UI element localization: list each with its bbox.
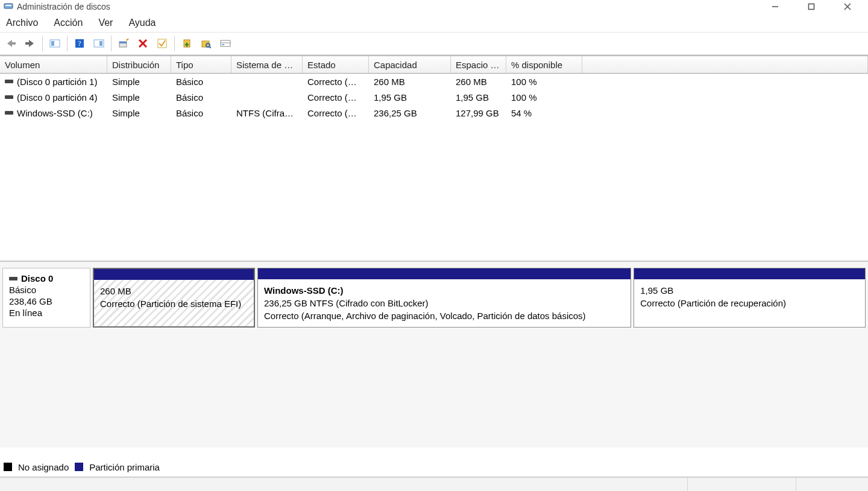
table-row[interactable]: Windows-SSD (C:) Simple Básico NTFS (Cif…	[0, 105, 868, 121]
svg-rect-23	[221, 40, 230, 46]
svg-line-22	[209, 46, 211, 48]
cell-espacio: 1,95 GB	[451, 92, 506, 103]
cell-estado: Correcto (…	[303, 108, 369, 118]
titlebar: Administración de discos	[0, 0, 868, 13]
menu-ayuda[interactable]: Ayuda	[126, 15, 158, 31]
back-button[interactable]	[2, 35, 19, 52]
cell-pct: 100 %	[506, 77, 582, 87]
partition-name: Windows-SSD (C:)	[264, 284, 624, 297]
new-volume-button[interactable]	[178, 35, 195, 52]
menu-ver[interactable]: Ver	[96, 15, 115, 31]
legend-swatch-primary	[75, 463, 83, 471]
cell-sistema: NTFS (Cifra…	[231, 108, 303, 118]
svg-rect-25	[222, 44, 224, 45]
cell-tipo: Básico	[171, 92, 231, 103]
volume-list[interactable]: (Disco 0 partición 1) Simple Básico Corr…	[0, 74, 868, 261]
disk-header[interactable]: Disco 0 Básico 238,46 GB En línea	[2, 268, 90, 328]
partition-efi[interactable]: 260 MB Correcto (Partición de sistema EF…	[93, 268, 255, 328]
col-tipo[interactable]: Tipo	[171, 56, 231, 73]
bottom-empty-area	[0, 351, 868, 448]
volume-icon	[5, 95, 13, 99]
partition-primary[interactable]: Windows-SSD (C:) 236,25 GB NTFS (Cifrado…	[257, 268, 631, 328]
svg-rect-1	[5, 5, 11, 6]
cell-distribucion: Simple	[107, 77, 171, 87]
cell-volumen: (Disco 0 partición 4)	[0, 92, 107, 103]
disk-row: Disco 0 Básico 238,46 GB En línea 260 MB…	[2, 268, 866, 328]
disk-size: 238,46 GB	[9, 296, 84, 306]
col-spacer	[582, 56, 868, 73]
cell-pct: 54 %	[506, 108, 582, 118]
cell-volumen: Windows-SSD (C:)	[0, 108, 107, 118]
help-button[interactable]: ?	[71, 35, 88, 52]
cell-tipo: Básico	[171, 108, 231, 118]
legend-swatch-unallocated	[4, 463, 12, 471]
toolbar-separator	[67, 36, 68, 51]
legend: No asignado Partición primaria	[4, 458, 160, 475]
status-cell	[687, 478, 796, 491]
maximize-button[interactable]	[793, 0, 829, 13]
app-icon	[4, 1, 13, 13]
minimize-button[interactable]	[757, 0, 793, 13]
partition-color-bar	[94, 269, 254, 280]
svg-text:?: ?	[78, 39, 81, 48]
cell-pct: 100 %	[506, 92, 582, 103]
disk-icon	[9, 277, 17, 280]
mark-active-button[interactable]	[154, 35, 171, 52]
legend-unallocated: No asignado	[18, 462, 69, 472]
svg-rect-7	[25, 42, 29, 45]
action-pane-button[interactable]	[90, 35, 107, 52]
disk-name: Disco 0	[21, 273, 53, 284]
status-cell	[796, 478, 868, 491]
toolbar-separator	[174, 36, 175, 51]
volume-icon	[5, 80, 13, 83]
cell-capacidad: 1,95 GB	[369, 92, 451, 103]
cell-estado: Correcto (…	[303, 92, 369, 103]
legend-primary: Partición primaria	[89, 462, 160, 472]
volume-list-header: Volumen Distribución Tipo Sistema de … E…	[0, 55, 868, 74]
toolbar-separator	[111, 36, 112, 51]
partition-desc: Correcto (Arranque, Archivo de paginació…	[264, 309, 624, 322]
volume-icon	[5, 111, 13, 115]
statusbar	[0, 477, 868, 491]
cell-distribucion: Simple	[107, 92, 171, 103]
col-espacio[interactable]: Espacio …	[451, 56, 506, 73]
table-row[interactable]: (Disco 0 partición 4) Simple Básico Corr…	[0, 89, 868, 105]
toolbar: ?	[0, 33, 868, 55]
delete-button[interactable]	[134, 35, 151, 52]
col-distribucion[interactable]: Distribución	[107, 56, 171, 73]
menu-archivo[interactable]: Archivo	[4, 15, 40, 31]
partition-size: 1,95 GB	[640, 284, 859, 297]
close-button[interactable]	[829, 0, 866, 13]
explore-button[interactable]	[198, 35, 215, 52]
partition-size: 236,25 GB NTFS (Cifrado con BitLocker)	[264, 297, 624, 309]
graphical-disk-pane: Disco 0 Básico 238,46 GB En línea 260 MB…	[0, 261, 868, 351]
partition-recovery[interactable]: 1,95 GB Correcto (Partición de recuperac…	[634, 268, 866, 328]
col-volumen[interactable]: Volumen	[0, 56, 107, 73]
partition-desc: Correcto (Partición de recuperación)	[640, 297, 859, 309]
partition-color-bar	[258, 268, 631, 279]
cell-espacio: 260 MB	[451, 77, 506, 87]
svg-rect-3	[809, 4, 814, 10]
col-sistema[interactable]: Sistema de …	[231, 56, 303, 73]
partition-color-bar	[634, 268, 865, 279]
table-row[interactable]: (Disco 0 partición 1) Simple Básico Corr…	[0, 74, 868, 89]
col-capacidad[interactable]: Capacidad	[369, 56, 451, 73]
disk-type: Básico	[9, 285, 84, 295]
disk-status: En línea	[9, 308, 84, 318]
svg-rect-6	[12, 42, 16, 45]
cell-volumen: (Disco 0 partición 1)	[0, 77, 107, 87]
col-pct[interactable]: % disponible	[506, 56, 582, 73]
disk-detail-button[interactable]	[217, 35, 234, 52]
show-hide-tree-button[interactable]	[46, 35, 63, 52]
menu-accion[interactable]: Acción	[51, 15, 85, 31]
window-title: Administración de discos	[17, 2, 110, 11]
cell-estado: Correcto (…	[303, 77, 369, 87]
partition-size: 260 MB	[100, 285, 248, 297]
cell-capacidad: 236,25 GB	[369, 108, 451, 118]
svg-rect-13	[99, 41, 102, 46]
forward-button[interactable]	[22, 35, 39, 52]
cell-capacidad: 260 MB	[369, 77, 451, 87]
cell-distribucion: Simple	[107, 108, 171, 118]
properties-button[interactable]	[115, 35, 132, 52]
col-estado[interactable]: Estado	[303, 56, 369, 73]
